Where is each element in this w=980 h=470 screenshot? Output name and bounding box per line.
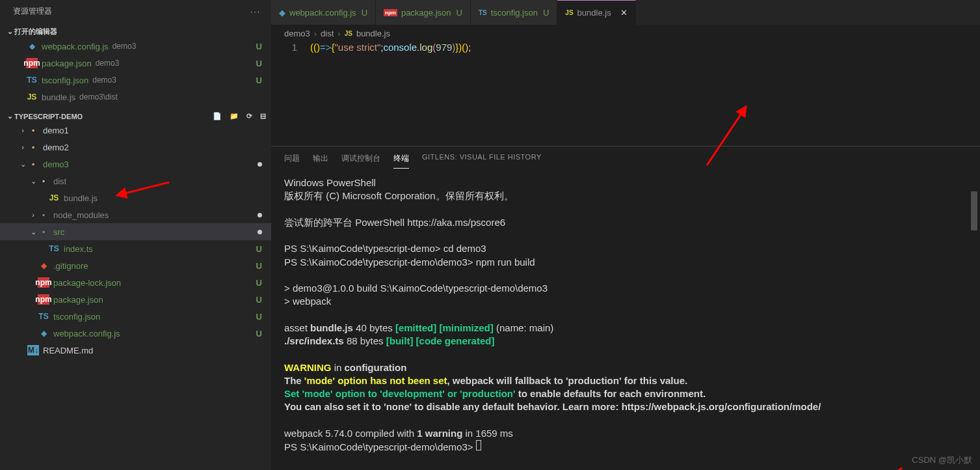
tab-label: bundle.js <box>577 8 611 18</box>
git-status-badge: U <box>543 8 549 18</box>
tree-item[interactable]: JS bundle.js <box>0 189 271 206</box>
chevron-down-icon: ⌄ <box>5 112 14 120</box>
editor-tab[interactable]: npm package.json U <box>376 0 471 25</box>
file-path: demo3 <box>92 76 116 85</box>
ts-icon: TS <box>38 312 49 321</box>
js-icon: JS <box>26 92 38 102</box>
folder-green-icon: ▪ <box>38 227 49 236</box>
git-status-badge: U <box>256 329 262 339</box>
webpack-icon: ◆ <box>38 329 49 338</box>
close-icon[interactable]: ✕ <box>620 8 628 18</box>
js-icon: JS <box>48 193 60 202</box>
npm-icon: npm <box>26 58 38 68</box>
open-editor-item[interactable]: ◆ webpack.config.js demo3 U <box>0 38 271 55</box>
tab-label: package.json <box>401 8 451 18</box>
panel-tab[interactable]: 调试控制台 <box>341 153 380 169</box>
terminal-line: PS S:\KaimoCode\typescript-demo> cd demo… <box>284 242 967 255</box>
panel-tab[interactable]: 输出 <box>313 153 328 169</box>
project-header[interactable]: ⌄ TYPESCRIPT-DEMO 📄 📁 ⟳ ⊟ <box>0 111 271 122</box>
more-icon[interactable]: ··· <box>250 7 261 16</box>
editor-tab[interactable]: JS bundle.js ✕ <box>557 0 635 25</box>
tree-item[interactable]: › ▪ demo1 <box>0 122 271 139</box>
tree-item[interactable]: TS index.ts U <box>0 240 271 257</box>
chevron-icon: › <box>29 211 38 219</box>
folder-green-icon: ▪ <box>38 210 49 219</box>
tree-item[interactable]: npm package.json U <box>0 291 271 308</box>
terminal-line: asset bundle.js 40 bytes [emitted] [mini… <box>284 322 967 335</box>
file-tree-section: ⌄ TYPESCRIPT-DEMO 📄 📁 ⟳ ⊟ › ▪ demo1 › ▪ … <box>0 108 271 470</box>
git-status-badge: U <box>362 8 367 18</box>
open-editor-item[interactable]: TS tsconfig.json demo3 U <box>0 72 271 89</box>
tree-item[interactable]: ⌄ ▪ src <box>0 223 271 240</box>
project-actions: 📄 📁 ⟳ ⊟ <box>213 112 266 120</box>
new-folder-icon[interactable]: 📁 <box>230 112 239 120</box>
file-name: node_modules <box>53 210 109 220</box>
breadcrumb-item[interactable]: bundle.js <box>356 29 390 38</box>
terminal-line: WARNING in configuration <box>284 361 967 374</box>
open-editors-label: 打开的编辑器 <box>14 27 57 36</box>
modified-dot <box>258 230 262 234</box>
git-status-badge: U <box>256 42 262 51</box>
file-name: demo2 <box>43 143 69 152</box>
breadcrumb-item[interactable]: dist <box>321 29 334 38</box>
open-editor-item[interactable]: ✕ JS bundle.js demo3\dist <box>0 89 271 105</box>
open-editors-header[interactable]: ⌄ 打开的编辑器 <box>0 25 271 38</box>
editor-tab[interactable]: TS tsconfig.json U <box>471 0 557 25</box>
scrollbar-thumb[interactable] <box>971 191 977 230</box>
terminal-line: ./src/index.ts 88 bytes [built] [code ge… <box>284 335 967 348</box>
terminal-line: 版权所有 (C) Microsoft Corporation。保留所有权利。 <box>284 189 967 202</box>
tree-item[interactable]: M↓ README.md <box>0 342 271 359</box>
terminal[interactable]: Windows PowerShell 版权所有 (C) Microsoft Co… <box>271 169 980 470</box>
js-icon: JS <box>565 9 573 16</box>
new-file-icon[interactable]: 📄 <box>213 112 222 120</box>
file-name: bundle.js <box>42 92 75 102</box>
panel-tab[interactable]: 问题 <box>284 153 300 169</box>
line-number: 1 <box>271 42 310 146</box>
tree-item[interactable]: ◆ .gitignore U <box>0 257 271 274</box>
refresh-icon[interactable]: ⟳ <box>246 112 252 120</box>
git-status-badge: U <box>256 76 262 85</box>
file-name: tsconfig.json <box>42 76 88 85</box>
breadcrumb[interactable]: demo3 › dist › JS bundle.js <box>271 25 980 42</box>
tab-label: webpack.config.js <box>289 8 356 18</box>
ts-icon: TS <box>48 244 60 253</box>
md-icon: M↓ <box>27 345 39 355</box>
chevron-right-icon: › <box>338 29 340 38</box>
ts-icon: TS <box>479 9 487 16</box>
webpack-icon: ◆ <box>26 42 38 51</box>
tab-label: tsconfig.json <box>491 8 538 18</box>
tree-item[interactable]: ⌄ ▪ demo3 <box>0 156 271 173</box>
git-status-badge: U <box>256 295 262 305</box>
bottom-panel: 问题输出调试控制台终端GITLENS: VISUAL FILE HISTORY … <box>271 146 980 470</box>
git-status-badge: U <box>457 8 462 18</box>
panel-tabs: 问题输出调试控制台终端GITLENS: VISUAL FILE HISTORY <box>271 146 980 169</box>
git-status-badge: U <box>256 59 262 68</box>
panel-tab-gitlens[interactable]: GITLENS: VISUAL FILE HISTORY <box>422 153 542 169</box>
terminal-line: You can also set it to 'none' to disable… <box>284 400 967 413</box>
file-name: package.json <box>42 59 92 68</box>
panel-tab[interactable]: 终端 <box>393 153 409 169</box>
chevron-icon: › <box>18 126 27 134</box>
sidebar-title: 资源管理器 <box>13 6 52 17</box>
terminal-line: 尝试新的跨平台 PowerShell https://aka.ms/pscore… <box>284 216 967 229</box>
npm-icon: npm <box>38 294 49 305</box>
git-status-badge: U <box>256 244 262 254</box>
open-editor-item[interactable]: npm package.json demo3 U <box>0 55 271 72</box>
tree-item[interactable]: TS tsconfig.json U <box>0 308 271 325</box>
tree-item[interactable]: › ▪ node_modules <box>0 206 271 223</box>
editor-tab[interactable]: ◆ webpack.config.js U <box>271 0 376 25</box>
modified-dot <box>258 162 262 167</box>
file-path: demo3 <box>96 59 120 68</box>
chevron-icon: ⌄ <box>29 177 38 186</box>
tree-item[interactable]: ⌄ ▪ dist <box>0 173 271 189</box>
tree-item[interactable]: › ▪ demo2 <box>0 139 271 156</box>
npm-icon: npm <box>384 9 397 16</box>
tree-item[interactable]: npm package-lock.json U <box>0 274 271 291</box>
file-name: .gitignore <box>53 261 88 271</box>
collapse-icon[interactable]: ⊟ <box>260 112 266 120</box>
open-editors-section: ⌄ 打开的编辑器 ◆ webpack.config.js demo3 U npm… <box>0 23 271 108</box>
terminal-line: PS S:\KaimoCode\typescript-demo\demo3> <box>284 440 967 454</box>
code-editor[interactable]: 1 (()=>{"use strict";console.log(979)})(… <box>271 42 980 146</box>
tree-item[interactable]: ◆ webpack.config.js U <box>0 325 271 342</box>
breadcrumb-item[interactable]: demo3 <box>284 29 310 38</box>
